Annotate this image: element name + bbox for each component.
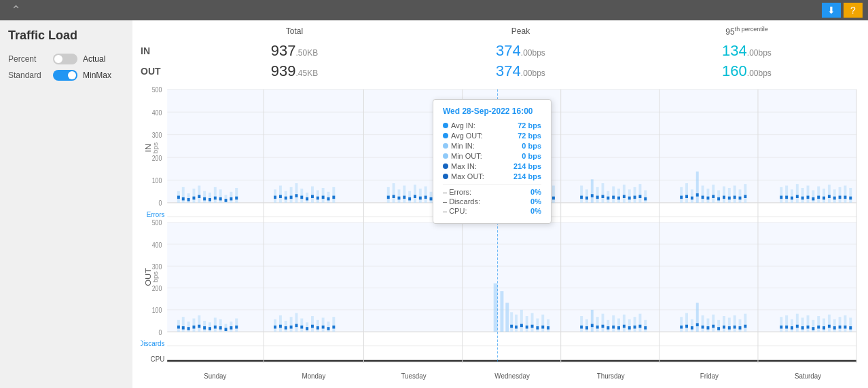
svg-rect-338 [833, 319, 836, 332]
svg-rect-90 [419, 189, 422, 203]
tooltip-errors-row: – Errors: 0% [443, 188, 541, 196]
svg-rect-329 [785, 315, 788, 332]
svg-rect-311 [728, 317, 731, 332]
help-button[interactable]: ? [844, 3, 863, 18]
svg-rect-299 [634, 326, 636, 329]
svg-rect-345 [796, 325, 799, 328]
in-p95-decimal: .00 [747, 48, 759, 58]
svg-rect-288 [644, 320, 647, 332]
svg-rect-318 [696, 323, 699, 326]
svg-rect-157 [691, 189, 693, 203]
svg-rect-179 [739, 197, 742, 200]
svg-rect-302 [680, 317, 683, 332]
p95-col-header: 95th percentile [634, 26, 860, 37]
svg-rect-228 [214, 326, 217, 329]
chart-container[interactable]: 500 400 300 200 100 0 IN bps Errors [141, 85, 860, 383]
svg-rect-142 [580, 196, 583, 199]
percent-row: Percent Actual [8, 54, 124, 64]
svg-rect-222 [182, 326, 185, 330]
svg-rect-289 [580, 326, 583, 329]
svg-rect-74 [285, 197, 287, 200]
svg-rect-261 [515, 315, 518, 332]
tooltip-errors-val: 0% [530, 188, 541, 196]
svg-rect-252 [311, 325, 314, 328]
svg-text:200: 200 [152, 154, 162, 162]
svg-rect-347 [807, 326, 810, 329]
svg-rect-232 [235, 326, 238, 329]
svg-rect-217 [219, 319, 222, 332]
svg-rect-206 [839, 196, 842, 199]
svg-rect-97 [393, 195, 395, 198]
svg-rect-265 [536, 318, 539, 332]
svg-rect-86 [397, 189, 400, 203]
svg-rect-155 [680, 187, 683, 203]
percent-toggle[interactable] [53, 54, 77, 64]
standard-row: Standard MinMax [8, 70, 124, 81]
svg-rect-100 [408, 197, 411, 201]
svg-rect-51 [192, 197, 195, 200]
svg-rect-154 [644, 197, 647, 201]
tooltip-avg-out-label: Avg OUT: [451, 132, 498, 140]
in-stats-row: IN 937.50KB 374.00bps 134.00bps [141, 42, 860, 60]
svg-rect-341 [849, 317, 852, 332]
svg-rect-256 [332, 326, 335, 329]
svg-rect-176 [723, 196, 725, 199]
svg-rect-135 [612, 187, 615, 203]
svg-rect-69 [322, 188, 325, 203]
svg-rect-297 [623, 325, 626, 328]
tooltip-min-in-label: Min IN: [451, 142, 498, 150]
peak-col-header: Peak [408, 26, 634, 36]
svg-rect-284 [623, 315, 626, 332]
svg-rect-143 [585, 197, 588, 200]
svg-rect-268 [510, 325, 513, 328]
tooltip-max-in-val: 214 bps [501, 162, 541, 170]
tooltip-max-in-dot [443, 163, 448, 169]
svg-rect-178 [734, 196, 736, 199]
out-peak: 374.00bps [408, 62, 634, 80]
in-peak-decimal: .00 [521, 48, 532, 58]
svg-rect-67 [311, 187, 314, 203]
svg-rect-258 [501, 291, 504, 332]
svg-rect-85 [393, 183, 395, 203]
svg-rect-180 [744, 195, 746, 198]
svg-rect-275 [547, 326, 549, 330]
svg-rect-346 [801, 326, 804, 330]
svg-rect-227 [209, 327, 211, 330]
svg-rect-223 [187, 327, 190, 330]
svg-rect-234 [279, 315, 282, 332]
svg-rect-326 [739, 326, 742, 330]
svg-rect-220 [235, 318, 238, 332]
svg-rect-84 [387, 187, 390, 203]
svg-text:Thursday: Thursday [597, 371, 625, 380]
svg-rect-224 [192, 326, 195, 329]
download-icon: ⬇ [827, 5, 835, 16]
svg-rect-130 [585, 189, 588, 203]
svg-rect-150 [623, 195, 626, 198]
svg-rect-283 [617, 318, 620, 332]
standard-toggle[interactable] [53, 70, 77, 81]
svg-text:100: 100 [152, 176, 162, 185]
svg-rect-320 [706, 326, 709, 330]
svg-rect-353 [839, 326, 842, 329]
svg-rect-314 [744, 314, 746, 332]
svg-rect-159 [702, 186, 704, 203]
svg-rect-99 [403, 196, 405, 199]
data-tooltip: Wed 28-Sep-2022 16:00 Avg IN: 72 bps Avg… [433, 99, 551, 224]
svg-text:IN: IN [144, 144, 152, 153]
collapse-icon[interactable]: ⌃ [11, 3, 21, 18]
svg-rect-255 [327, 327, 330, 330]
svg-rect-191 [833, 189, 836, 203]
svg-rect-169 [685, 195, 688, 198]
svg-rect-287 [638, 314, 641, 332]
download-button[interactable]: ⬇ [822, 3, 841, 18]
svg-rect-43 [214, 187, 217, 203]
svg-text:500: 500 [152, 219, 162, 227]
svg-rect-72 [274, 196, 276, 199]
svg-rect-203 [822, 197, 825, 200]
svg-rect-251 [306, 327, 308, 330]
svg-rect-177 [728, 197, 731, 200]
tooltip-max-in-row: Max IN: 214 bps [443, 162, 541, 170]
tooltip-discards-label: – Discards: [443, 197, 530, 206]
svg-rect-328 [780, 317, 782, 332]
tooltip-discards-val: 0% [530, 197, 541, 206]
